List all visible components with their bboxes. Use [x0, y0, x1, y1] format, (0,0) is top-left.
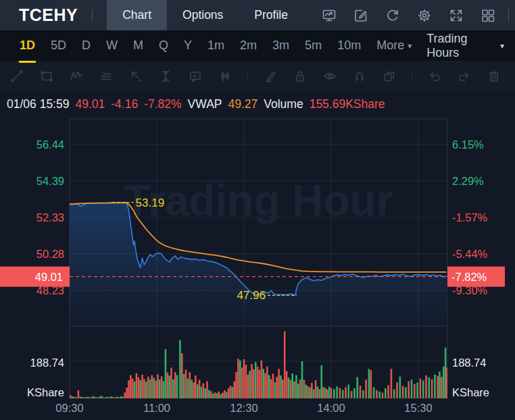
timeframe-y[interactable]: Y	[183, 28, 193, 63]
price-chart-svg: Trading Hour 53.19 47.9656.4454.3952.335…	[0, 117, 515, 420]
quote-line: 01/06 15:59 49.01 -4.16 -7.82% VWAP 49.2…	[0, 91, 515, 117]
text-note-icon[interactable]: A	[188, 69, 203, 84]
layout-grid-icon[interactable]	[480, 7, 496, 24]
elliott-wave-icon[interactable]	[69, 69, 84, 84]
svg-text:188.74: 188.74	[452, 357, 486, 369]
svg-text:6.15%: 6.15%	[452, 138, 484, 151]
cursor-arrow-icon[interactable]	[128, 69, 143, 84]
edit-pencil-icon[interactable]	[353, 7, 369, 24]
session-dropdown[interactable]: Trading Hours ▾	[426, 32, 504, 60]
timeframe-m[interactable]: M	[132, 28, 144, 63]
lock-icon[interactable]	[293, 69, 308, 84]
svg-text:-7.82%: -7.82%	[451, 271, 487, 283]
shape-rect-icon[interactable]	[39, 69, 54, 84]
svg-text:12:30: 12:30	[230, 402, 258, 414]
tab-options[interactable]: Options	[167, 0, 239, 30]
symbol-label: TCEHY	[19, 5, 78, 25]
svg-text:-1.57%: -1.57%	[452, 211, 488, 224]
svg-text:47.96: 47.96	[237, 289, 266, 302]
svg-text:A: A	[193, 73, 197, 79]
tab-profile[interactable]: Profile	[239, 0, 303, 30]
chart-monitor-icon[interactable]	[321, 7, 337, 24]
svg-text:09:30: 09:30	[55, 402, 83, 414]
eye-icon[interactable]	[322, 69, 337, 84]
current-price-badge: 49.01	[0, 267, 70, 287]
svg-text:15:30: 15:30	[404, 402, 432, 414]
timeframe-d[interactable]: D	[81, 28, 91, 63]
trend-line-icon[interactable]	[9, 69, 24, 84]
volume-label: Volume	[264, 97, 303, 111]
brush-icon[interactable]	[263, 69, 278, 84]
vwap-label: VWAP	[188, 97, 222, 111]
current-pct-badge: -7.82%	[447, 267, 505, 287]
expand-icon[interactable]	[448, 7, 464, 24]
svg-text:-5.44%: -5.44%	[452, 248, 488, 260]
tab-chart[interactable]: Chart	[107, 0, 167, 30]
chevron-down-icon: ▾	[500, 42, 504, 50]
quote-change-pct: -7.82%	[144, 97, 181, 111]
separator	[247, 70, 248, 83]
trash-icon[interactable]	[487, 69, 501, 84]
separator	[508, 9, 509, 22]
svg-text:2.29%: 2.29%	[452, 175, 484, 187]
timeframe-w[interactable]: W	[105, 28, 118, 63]
svg-text:188.74: 188.74	[30, 357, 64, 369]
quote-change: -4.16	[111, 97, 138, 111]
svg-text:KShare: KShare	[452, 386, 489, 398]
timeframe-bar: 1D 5D D W M Q Y 1m 2m 3m 5m 10m More ▾ T…	[0, 30, 515, 61]
svg-text:50.28: 50.28	[36, 248, 64, 260]
gann-lines-icon[interactable]: G	[99, 69, 114, 84]
volume-value: 155.69KShare	[310, 97, 385, 111]
svg-text:G: G	[101, 70, 105, 76]
svg-text:49.01: 49.01	[35, 271, 63, 283]
drawing-toolbar: G A	[0, 61, 515, 91]
svg-text:54.39: 54.39	[36, 175, 64, 187]
duplicate-icon[interactable]	[382, 69, 397, 84]
timeframe-2m[interactable]: 2m	[239, 28, 258, 63]
svg-text:11:00: 11:00	[143, 402, 170, 414]
timeframe-more-dropdown[interactable]: More ▾	[376, 28, 412, 63]
header-icons	[321, 7, 496, 24]
magnet-icon[interactable]	[352, 69, 367, 84]
timeframe-5m[interactable]: 5m	[304, 28, 322, 63]
svg-text:52.33: 52.33	[36, 211, 64, 224]
price-chart-area[interactable]: Trading Hour 53.19 47.9656.4454.3952.335…	[0, 117, 515, 420]
redo-icon[interactable]	[457, 69, 472, 84]
undo-icon[interactable]	[427, 69, 442, 84]
svg-text:53.19: 53.19	[136, 196, 165, 209]
gear-icon[interactable]	[416, 7, 433, 24]
svg-text:14:00: 14:00	[317, 402, 345, 414]
timeframe-5d[interactable]: 5D	[50, 28, 67, 63]
header-bar: TCEHY Chart Options Profile Chart ▾	[0, 0, 515, 30]
timeframe-1d[interactable]: 1D	[19, 28, 36, 63]
quote-price: 49.01	[75, 97, 105, 111]
svg-text:KShare: KShare	[27, 386, 64, 398]
time-axis-labels: 09:3011:0012:3014:0015:30	[55, 402, 432, 414]
svg-text:56.44: 56.44	[36, 138, 64, 151]
separator	[92, 9, 93, 22]
candle-pattern-icon[interactable]	[218, 69, 232, 84]
timeframe-10m[interactable]: 10m	[337, 28, 362, 63]
volume-bars	[70, 332, 447, 398]
quote-datetime: 01/06 15:59	[7, 97, 69, 111]
timeframe-q[interactable]: Q	[158, 28, 169, 63]
chevron-down-icon: ▾	[408, 42, 412, 50]
price-range-icon[interactable]	[158, 69, 173, 84]
refresh-icon[interactable]	[385, 7, 401, 24]
timeframe-1m[interactable]: 1m	[207, 28, 225, 63]
vwap-value: 49.27	[228, 97, 258, 111]
separator	[412, 70, 412, 83]
timeframe-3m[interactable]: 3m	[272, 28, 290, 63]
